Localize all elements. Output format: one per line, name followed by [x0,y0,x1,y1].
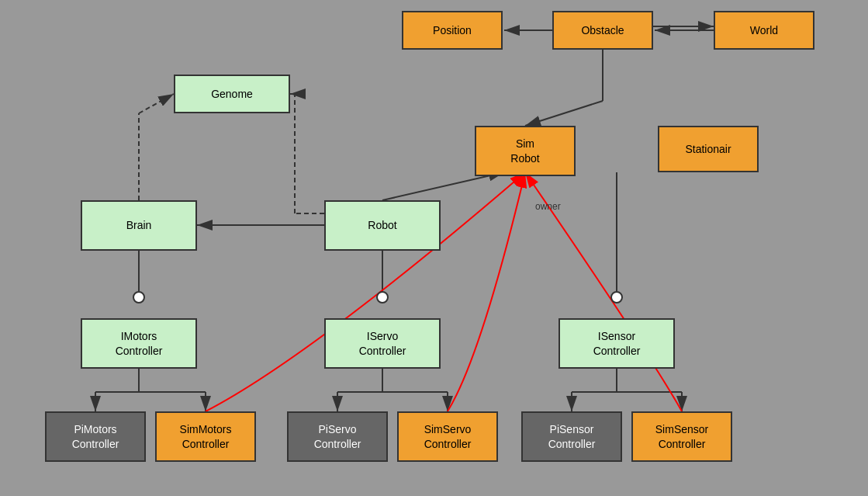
node-isensor: ISensorController [558,318,675,369]
node-pisensor: PiSensorController [521,411,622,462]
svg-line-13 [382,172,504,200]
node-obstacle: Obstacle [552,11,653,50]
node-brain: Brain [81,200,197,251]
node-simservo: SimServoController [397,411,498,462]
node-simsensor: SimSensorController [631,411,732,462]
circle-iservo [376,291,389,303]
node-simrobot: SimRobot [475,126,576,176]
node-genome: Genome [174,75,290,113]
node-world: World [714,11,814,50]
node-iservo: IServoController [324,318,441,369]
node-stationair: Stationair [658,126,759,172]
node-imotors: IMotorsController [81,318,197,369]
node-robot: Robot [324,200,441,251]
circle-isensor [610,291,623,303]
svg-line-8 [139,94,174,113]
svg-line-6 [525,101,603,126]
svg-text:owner: owner [535,201,561,212]
node-position: Position [402,11,503,50]
node-simmotors: SimMotorsController [155,411,256,462]
node-piservo: PiServoController [287,411,388,462]
diagram: owner Position Obstacle World Genome Sim… [0,0,868,496]
node-pimotors: PiMotorsController [45,411,146,462]
circle-imotors [133,291,145,303]
